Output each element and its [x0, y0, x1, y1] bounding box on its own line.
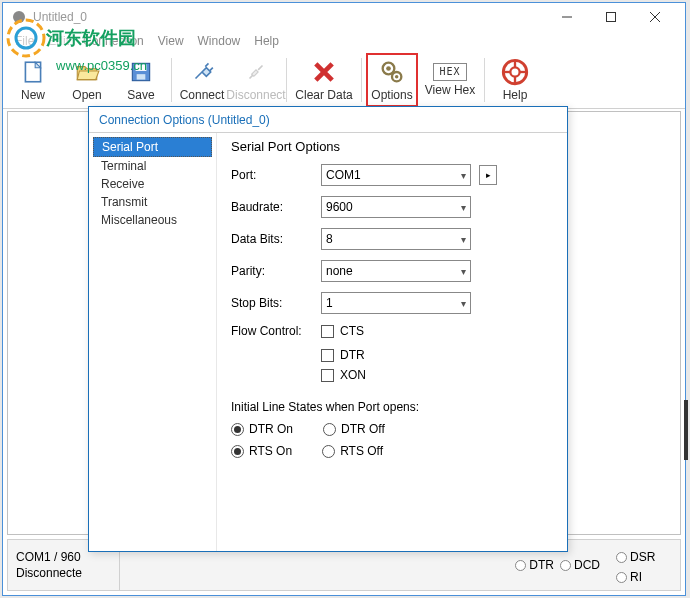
rts-off-radio[interactable]: [322, 445, 335, 458]
dtr-checkbox[interactable]: [321, 349, 334, 362]
dtr-on-label: DTR On: [249, 422, 293, 436]
menu-edit[interactable]: Edit: [42, 32, 75, 50]
nav-serial-port[interactable]: Serial Port: [93, 137, 212, 157]
menu-view[interactable]: View: [152, 32, 190, 50]
help-label: Help: [503, 88, 528, 102]
new-button[interactable]: New: [7, 53, 59, 107]
baud-select[interactable]: 9600▾: [321, 196, 471, 218]
status-port: COM1 / 960: [16, 550, 111, 564]
led-dcd: DCD: [560, 558, 600, 572]
port-select[interactable]: COM1▾: [321, 164, 471, 186]
dtr-off-label: DTR Off: [341, 422, 385, 436]
svg-rect-2: [607, 13, 616, 22]
disconnect-label: Disconnect: [226, 88, 285, 102]
connect-button[interactable]: Connect: [176, 53, 228, 107]
crop-artifact: [684, 400, 688, 460]
section-title: Serial Port Options: [231, 139, 553, 154]
xon-checkbox[interactable]: [321, 369, 334, 382]
save-icon: [127, 58, 155, 86]
led-dtr: DTR: [515, 558, 554, 572]
nav-misc[interactable]: Miscellaneous: [93, 211, 212, 229]
disconnect-button: Disconnect: [230, 53, 282, 107]
window-title: Untitled_0: [33, 10, 87, 24]
menubar: File Edit Connection View Window Help: [3, 31, 685, 51]
cts-checkbox[interactable]: [321, 325, 334, 338]
initial-states-label: Initial Line States when Port opens:: [231, 400, 553, 414]
parity-select[interactable]: none▾: [321, 260, 471, 282]
toolbar-separator: [286, 58, 287, 102]
minimize-button[interactable]: [545, 3, 589, 31]
clear-data-button[interactable]: Clear Data: [291, 53, 357, 107]
stopbits-label: Stop Bits:: [231, 296, 321, 310]
save-button[interactable]: Save: [115, 53, 167, 107]
svg-line-10: [210, 67, 213, 70]
chevron-down-icon: ▾: [461, 298, 466, 309]
xon-label: XON: [340, 368, 366, 382]
menu-window[interactable]: Window: [192, 32, 247, 50]
dtr-off-radio[interactable]: [323, 423, 336, 436]
menu-connection[interactable]: Connection: [77, 32, 150, 50]
chevron-down-icon: ▾: [461, 170, 466, 181]
svg-point-18: [510, 67, 519, 76]
new-label: New: [21, 88, 45, 102]
open-button[interactable]: Open: [61, 53, 113, 107]
status-connection: Disconnecte: [16, 566, 111, 580]
view-hex-label: View Hex: [425, 83, 475, 97]
stopbits-select[interactable]: 1▾: [321, 292, 471, 314]
databits-select[interactable]: 8▾: [321, 228, 471, 250]
app-icon: [11, 9, 27, 25]
dtr-label: DTR: [340, 348, 365, 362]
titlebar: Untitled_0: [3, 3, 685, 31]
svg-rect-8: [137, 74, 146, 79]
port-label: Port:: [231, 168, 321, 182]
dialog-content: Serial Port Options Port: COM1▾ ▸ Baudra…: [217, 133, 567, 551]
clear-label: Clear Data: [295, 88, 352, 102]
clear-icon: [310, 58, 338, 86]
help-button[interactable]: Help: [489, 53, 541, 107]
chevron-down-icon: ▾: [461, 266, 466, 277]
connect-label: Connect: [180, 88, 225, 102]
menu-file[interactable]: File: [9, 32, 40, 50]
dialog-title: Connection Options (Untitled_0): [89, 107, 567, 133]
chevron-down-icon: ▾: [461, 234, 466, 245]
open-label: Open: [72, 88, 101, 102]
toolbar-separator: [484, 58, 485, 102]
chevron-down-icon: ▾: [461, 202, 466, 213]
hex-icon: HEX: [433, 63, 467, 81]
connection-options-dialog: Connection Options (Untitled_0) Serial P…: [88, 106, 568, 552]
led-ri: RI: [616, 570, 642, 584]
nav-terminal[interactable]: Terminal: [93, 157, 212, 175]
toolbar-separator: [361, 58, 362, 102]
nav-receive[interactable]: Receive: [93, 175, 212, 193]
rts-off-label: RTS Off: [340, 444, 383, 458]
nav-transmit[interactable]: Transmit: [93, 193, 212, 211]
svg-line-9: [205, 63, 208, 66]
svg-point-16: [395, 74, 399, 78]
close-button[interactable]: [633, 3, 677, 31]
cts-label: CTS: [340, 324, 364, 338]
menu-help[interactable]: Help: [248, 32, 285, 50]
flow-label: Flow Control:: [231, 324, 321, 338]
toolbar: New Open Save Connect Disconnect Clear D…: [3, 51, 685, 109]
dialog-nav: Serial Port Terminal Receive Transmit Mi…: [89, 133, 217, 551]
parity-label: Parity:: [231, 264, 321, 278]
svg-rect-7: [136, 64, 147, 70]
baud-label: Baudrate:: [231, 200, 321, 214]
options-button[interactable]: Options: [366, 53, 418, 107]
dtr-on-radio[interactable]: [231, 423, 244, 436]
maximize-button[interactable]: [589, 3, 633, 31]
gear-icon: [378, 58, 406, 86]
view-hex-button[interactable]: HEX View Hex: [420, 53, 480, 107]
svg-point-14: [386, 66, 391, 71]
port-detach-button[interactable]: ▸: [479, 165, 497, 185]
svg-point-0: [13, 11, 25, 23]
disconnect-icon: [242, 58, 270, 86]
new-icon: [19, 58, 47, 86]
led-dsr: DSR: [616, 550, 655, 564]
toolbar-separator: [171, 58, 172, 102]
rts-on-radio[interactable]: [231, 445, 244, 458]
save-label: Save: [127, 88, 154, 102]
options-label: Options: [371, 88, 412, 102]
open-icon: [73, 58, 101, 86]
rts-on-label: RTS On: [249, 444, 292, 458]
